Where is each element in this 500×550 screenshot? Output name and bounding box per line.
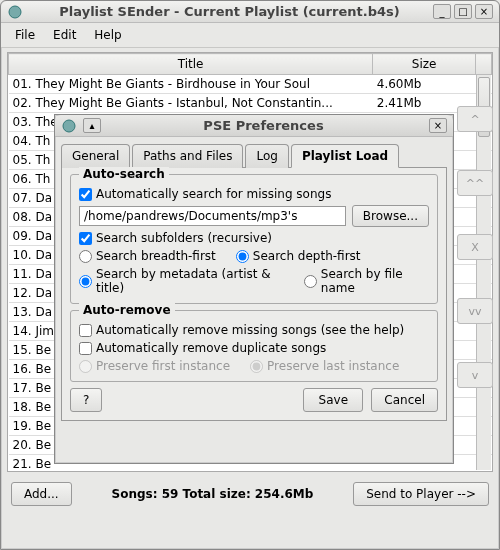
- menu-file[interactable]: File: [7, 26, 43, 44]
- remove-dup-checkbox-label[interactable]: Automatically remove duplicate songs: [79, 341, 326, 355]
- svg-point-0: [9, 6, 21, 18]
- cancel-button[interactable]: Cancel: [371, 388, 438, 412]
- group-auto-search: Auto-search Automatically search for mis…: [70, 174, 438, 304]
- subfolders-checkbox[interactable]: [79, 232, 92, 245]
- move-up-button[interactable]: ^^: [457, 170, 493, 196]
- group-auto-remove-title: Auto-remove: [79, 303, 175, 317]
- cell-title: 02. They Might Be Giants - Istanbul, Not…: [9, 94, 373, 113]
- preserve-first-radio: [79, 360, 92, 373]
- breadth-radio[interactable]: [79, 250, 92, 263]
- metadata-radio-label[interactable]: Search by metadata (artist & title): [79, 267, 284, 295]
- window-title: Playlist SEnder - Current Playlist (curr…: [29, 4, 430, 19]
- prefs-tabs: General Paths and Files Log Playlist Loa…: [61, 143, 447, 168]
- col-header-title[interactable]: Title: [9, 54, 373, 75]
- depth-radio-label[interactable]: Search depth-first: [236, 249, 361, 263]
- search-path-input[interactable]: [79, 206, 346, 226]
- table-row[interactable]: 02. They Might Be Giants - Istanbul, Not…: [9, 94, 492, 113]
- prefs-buttons: ? Save Cancel: [70, 388, 438, 412]
- cell-size: 4.60Mb: [373, 75, 476, 94]
- bottom-bar: Add... Songs: 59 Total size: 254.6Mb Sen…: [1, 476, 499, 512]
- main-titlebar[interactable]: Playlist SEnder - Current Playlist (curr…: [1, 1, 499, 23]
- remove-missing-checkbox-label[interactable]: Automatically remove missing songs (see …: [79, 323, 404, 337]
- move-bottom-button[interactable]: v: [457, 362, 493, 388]
- tab-panel-playlist: Auto-search Automatically search for mis…: [61, 168, 447, 421]
- metadata-radio[interactable]: [79, 275, 92, 288]
- menubar: File Edit Help: [1, 23, 499, 48]
- preserve-first-radio-label: Preserve first instance: [79, 359, 230, 373]
- maximize-button[interactable]: □: [454, 4, 472, 19]
- table-row[interactable]: 01. They Might Be Giants - Birdhouse in …: [9, 75, 492, 94]
- prefs-body: General Paths and Files Log Playlist Loa…: [55, 137, 453, 427]
- col-header-scroll: [476, 54, 492, 75]
- status-text: Songs: 59 Total size: 254.6Mb: [82, 487, 344, 501]
- help-button[interactable]: ?: [70, 388, 102, 412]
- prefs-title: PSE Preferences: [101, 118, 426, 133]
- minimize-button[interactable]: _: [433, 4, 451, 19]
- tab-log[interactable]: Log: [245, 144, 288, 168]
- prefs-titlebar[interactable]: ▴ PSE Preferences ×: [55, 115, 453, 137]
- prefs-icon: [61, 118, 77, 134]
- reorder-buttons: ^ ^^ X vv v: [457, 106, 493, 388]
- save-button[interactable]: Save: [303, 388, 363, 412]
- add-button[interactable]: Add...: [11, 482, 72, 506]
- move-down-button[interactable]: vv: [457, 298, 493, 324]
- preserve-last-radio: [250, 360, 263, 373]
- app-icon: [7, 4, 23, 20]
- subfolders-checkbox-label[interactable]: Search subfolders (recursive): [79, 231, 272, 245]
- prefs-close-button[interactable]: ×: [429, 118, 447, 133]
- col-header-size[interactable]: Size: [373, 54, 476, 75]
- preserve-last-radio-label: Preserve last instance: [250, 359, 399, 373]
- remove-missing-checkbox[interactable]: [79, 324, 92, 337]
- move-top-button[interactable]: ^: [457, 106, 493, 132]
- auto-search-checkbox[interactable]: [79, 188, 92, 201]
- tab-playlist-load[interactable]: Playlist Load: [291, 144, 399, 168]
- prefs-shade-button[interactable]: ▴: [83, 118, 101, 133]
- group-auto-remove: Auto-remove Automatically remove missing…: [70, 310, 438, 382]
- tab-general[interactable]: General: [61, 144, 130, 168]
- remove-dup-checkbox[interactable]: [79, 342, 92, 355]
- svg-point-1: [63, 120, 75, 132]
- prefs-dialog: ▴ PSE Preferences × General Paths and Fi…: [54, 114, 454, 464]
- filename-radio[interactable]: [304, 275, 317, 288]
- send-button[interactable]: Send to Player -->: [353, 482, 489, 506]
- browse-button[interactable]: Browse...: [352, 205, 429, 227]
- depth-radio[interactable]: [236, 250, 249, 263]
- group-auto-search-title: Auto-search: [79, 167, 169, 181]
- breadth-radio-label[interactable]: Search breadth-first: [79, 249, 216, 263]
- menu-help[interactable]: Help: [86, 26, 129, 44]
- close-button[interactable]: ×: [475, 4, 493, 19]
- delete-button[interactable]: X: [457, 234, 493, 260]
- tab-paths[interactable]: Paths and Files: [132, 144, 243, 168]
- cell-title: 01. They Might Be Giants - Birdhouse in …: [9, 75, 373, 94]
- menu-edit[interactable]: Edit: [45, 26, 84, 44]
- filename-radio-label[interactable]: Search by file name: [304, 267, 429, 295]
- auto-search-checkbox-label[interactable]: Automatically search for missing songs: [79, 187, 331, 201]
